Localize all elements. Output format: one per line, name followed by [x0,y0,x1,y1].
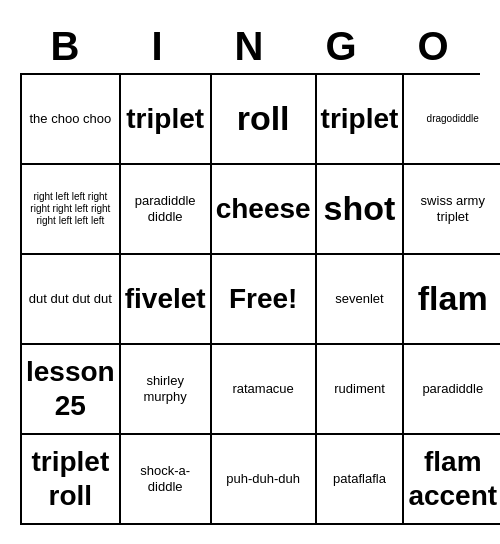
cell-text-r1-c1: paradiddle diddle [125,193,206,224]
cell-text-r4-c4: flam accent [408,445,497,512]
bingo-cell-r3-c2: ratamacue [212,345,317,435]
cell-text-r1-c0: right left left right right right left r… [26,191,115,227]
cell-text-r4-c2: puh-duh-duh [226,471,300,487]
cell-text-r0-c2: roll [237,98,290,139]
bingo-cell-r1-c1: paradiddle diddle [121,165,212,255]
bingo-cell-r0-c2: roll [212,75,317,165]
bingo-cell-r4-c4: flam accent [404,435,500,525]
cell-text-r3-c2: ratamacue [232,381,293,397]
bingo-cell-r3-c3: rudiment [317,345,405,435]
bingo-grid: the choo chootripletrolltripletdragodidd… [20,73,480,525]
bingo-cell-r3-c0: lesson 25 [22,345,121,435]
bingo-cell-r1-c4: swiss army triplet [404,165,500,255]
bingo-cell-r2-c0: dut dut dut dut [22,255,121,345]
cell-text-r1-c4: swiss army triplet [408,193,497,224]
header-letter-g: G [296,20,388,73]
bingo-cell-r0-c0: the choo choo [22,75,121,165]
cell-text-r4-c3: pataflafla [333,471,386,487]
bingo-cell-r0-c1: triplet [121,75,212,165]
cell-text-r0-c0: the choo choo [30,111,112,127]
header-letter-n: N [204,20,296,73]
cell-text-r3-c3: rudiment [334,381,385,397]
bingo-header: BINGO [20,20,480,73]
bingo-cell-r3-c4: paradiddle [404,345,500,435]
bingo-cell-r0-c3: triplet [317,75,405,165]
bingo-cell-r2-c1: fivelet [121,255,212,345]
cell-text-r0-c3: triplet [321,102,399,136]
bingo-cell-r2-c3: sevenlet [317,255,405,345]
cell-text-r1-c3: shot [324,188,396,229]
cell-text-r0-c4: dragodiddle [427,113,479,125]
cell-text-r2-c3: sevenlet [335,291,383,307]
header-letter-o: O [388,20,480,73]
cell-text-r2-c0: dut dut dut dut [29,291,112,307]
header-letter-i: I [112,20,204,73]
cell-text-r4-c1: shock-a-diddle [125,463,206,494]
bingo-cell-r4-c0: triplet roll [22,435,121,525]
bingo-cell-r1-c3: shot [317,165,405,255]
cell-text-r4-c0: triplet roll [26,445,115,512]
bingo-cell-r3-c1: shirley murphy [121,345,212,435]
bingo-cell-r0-c4: dragodiddle [404,75,500,165]
bingo-cell-r1-c2: cheese [212,165,317,255]
bingo-card: BINGO the choo chootripletrolltripletdra… [10,10,490,535]
cell-text-r2-c1: fivelet [125,282,206,316]
cell-text-r2-c4: flam [418,278,488,319]
bingo-cell-r2-c2: Free! [212,255,317,345]
cell-text-r2-c2: Free! [229,282,297,316]
bingo-cell-r4-c2: puh-duh-duh [212,435,317,525]
header-letter-b: B [20,20,112,73]
cell-text-r3-c1: shirley murphy [125,373,206,404]
bingo-cell-r4-c1: shock-a-diddle [121,435,212,525]
bingo-cell-r1-c0: right left left right right right left r… [22,165,121,255]
bingo-cell-r2-c4: flam [404,255,500,345]
cell-text-r3-c4: paradiddle [422,381,483,397]
bingo-cell-r4-c3: pataflafla [317,435,405,525]
cell-text-r1-c2: cheese [216,192,311,226]
cell-text-r3-c0: lesson 25 [26,355,115,422]
cell-text-r0-c1: triplet [126,102,204,136]
